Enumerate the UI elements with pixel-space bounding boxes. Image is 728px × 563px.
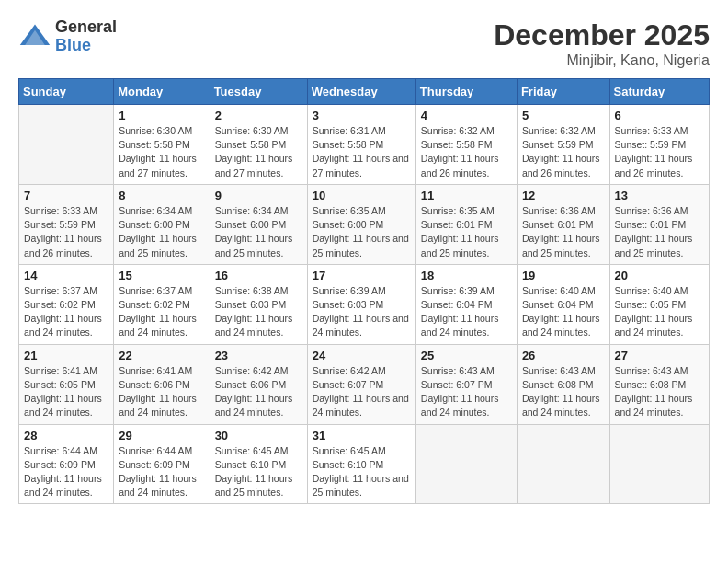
calendar-cell: 27Sunrise: 6:43 AMSunset: 6:08 PMDayligh… (609, 344, 709, 424)
calendar-week-row: 28Sunrise: 6:44 AMSunset: 6:09 PMDayligh… (19, 424, 710, 504)
calendar-cell: 6Sunrise: 6:33 AMSunset: 5:59 PMDaylight… (609, 105, 709, 185)
calendar-cell (415, 424, 517, 504)
day-number: 14 (24, 269, 108, 282)
calendar-cell: 29Sunrise: 6:44 AMSunset: 6:09 PMDayligh… (114, 424, 210, 504)
day-number: 10 (313, 189, 411, 202)
day-detail: Sunrise: 6:45 AMSunset: 6:10 PMDaylight:… (215, 444, 302, 500)
header-friday: Friday (517, 79, 609, 105)
calendar-cell: 7Sunrise: 6:33 AMSunset: 5:59 PMDaylight… (19, 184, 114, 264)
day-number: 12 (522, 189, 605, 202)
day-detail: Sunrise: 6:33 AMSunset: 5:59 PMDaylight:… (24, 204, 108, 260)
day-number: 6 (615, 109, 704, 122)
day-detail: Sunrise: 6:34 AMSunset: 6:00 PMDaylight:… (119, 204, 204, 260)
calendar-week-row: 7Sunrise: 6:33 AMSunset: 5:59 PMDaylight… (19, 184, 710, 264)
calendar-cell: 3Sunrise: 6:31 AMSunset: 5:58 PMDaylight… (307, 105, 415, 185)
calendar-cell: 9Sunrise: 6:34 AMSunset: 6:00 PMDaylight… (210, 184, 307, 264)
day-detail: Sunrise: 6:33 AMSunset: 5:59 PMDaylight:… (615, 124, 704, 180)
calendar-cell (517, 424, 609, 504)
calendar-cell: 28Sunrise: 6:44 AMSunset: 6:09 PMDayligh… (19, 424, 114, 504)
day-detail: Sunrise: 6:43 AMSunset: 6:07 PMDaylight:… (421, 364, 512, 420)
day-number: 20 (615, 269, 704, 282)
calendar-cell: 8Sunrise: 6:34 AMSunset: 6:00 PMDaylight… (114, 184, 210, 264)
day-detail: Sunrise: 6:32 AMSunset: 5:58 PMDaylight:… (421, 124, 512, 180)
header-thursday: Thursday (415, 79, 517, 105)
calendar-cell: 18Sunrise: 6:39 AMSunset: 6:04 PMDayligh… (415, 264, 517, 344)
day-detail: Sunrise: 6:41 AMSunset: 6:05 PMDaylight:… (24, 364, 108, 420)
day-detail: Sunrise: 6:36 AMSunset: 6:01 PMDaylight:… (522, 204, 605, 260)
calendar-cell: 16Sunrise: 6:38 AMSunset: 6:03 PMDayligh… (210, 264, 307, 344)
header-tuesday: Tuesday (210, 79, 307, 105)
day-detail: Sunrise: 6:41 AMSunset: 6:06 PMDaylight:… (119, 364, 204, 420)
calendar-week-row: 21Sunrise: 6:41 AMSunset: 6:05 PMDayligh… (19, 344, 710, 424)
calendar-cell: 4Sunrise: 6:32 AMSunset: 5:58 PMDaylight… (415, 105, 517, 185)
page-header: General Blue December 2025 Minjibir, Kan… (18, 18, 710, 69)
day-detail: Sunrise: 6:34 AMSunset: 6:00 PMDaylight:… (215, 204, 302, 260)
day-detail: Sunrise: 6:30 AMSunset: 5:58 PMDaylight:… (119, 124, 204, 180)
logo-blue: Blue (55, 37, 117, 55)
calendar-cell: 26Sunrise: 6:43 AMSunset: 6:08 PMDayligh… (517, 344, 609, 424)
calendar-cell: 11Sunrise: 6:35 AMSunset: 6:01 PMDayligh… (415, 184, 517, 264)
day-number: 5 (522, 109, 605, 122)
calendar-cell: 5Sunrise: 6:32 AMSunset: 5:59 PMDaylight… (517, 105, 609, 185)
day-detail: Sunrise: 6:43 AMSunset: 6:08 PMDaylight:… (522, 364, 605, 420)
day-number: 8 (119, 189, 204, 202)
calendar-cell: 17Sunrise: 6:39 AMSunset: 6:03 PMDayligh… (307, 264, 415, 344)
calendar-cell: 25Sunrise: 6:43 AMSunset: 6:07 PMDayligh… (415, 344, 517, 424)
day-number: 19 (522, 269, 605, 282)
day-detail: Sunrise: 6:44 AMSunset: 6:09 PMDaylight:… (24, 444, 108, 500)
day-number: 7 (24, 189, 108, 202)
day-detail: Sunrise: 6:31 AMSunset: 5:58 PMDaylight:… (313, 124, 411, 180)
calendar-cell: 15Sunrise: 6:37 AMSunset: 6:02 PMDayligh… (114, 264, 210, 344)
logo: General Blue (18, 18, 117, 55)
day-detail: Sunrise: 6:45 AMSunset: 6:10 PMDaylight:… (313, 444, 411, 500)
calendar-cell: 12Sunrise: 6:36 AMSunset: 6:01 PMDayligh… (517, 184, 609, 264)
day-number: 29 (119, 429, 204, 442)
header-saturday: Saturday (609, 79, 709, 105)
header-wednesday: Wednesday (307, 79, 415, 105)
day-number: 2 (215, 109, 302, 122)
day-number: 18 (421, 269, 512, 282)
day-detail: Sunrise: 6:44 AMSunset: 6:09 PMDaylight:… (119, 444, 204, 500)
day-detail: Sunrise: 6:39 AMSunset: 6:03 PMDaylight:… (313, 284, 411, 340)
day-detail: Sunrise: 6:32 AMSunset: 5:59 PMDaylight:… (522, 124, 605, 180)
calendar-cell: 1Sunrise: 6:30 AMSunset: 5:58 PMDaylight… (114, 105, 210, 185)
calendar-cell: 31Sunrise: 6:45 AMSunset: 6:10 PMDayligh… (307, 424, 415, 504)
day-number: 23 (215, 349, 302, 362)
day-number: 11 (421, 189, 512, 202)
calendar-cell: 23Sunrise: 6:42 AMSunset: 6:06 PMDayligh… (210, 344, 307, 424)
calendar-header-row: SundayMondayTuesdayWednesdayThursdayFrid… (19, 79, 710, 105)
calendar-cell: 21Sunrise: 6:41 AMSunset: 6:05 PMDayligh… (19, 344, 114, 424)
header-monday: Monday (114, 79, 210, 105)
day-detail: Sunrise: 6:35 AMSunset: 6:00 PMDaylight:… (313, 204, 411, 260)
day-detail: Sunrise: 6:37 AMSunset: 6:02 PMDaylight:… (119, 284, 204, 340)
calendar-cell (609, 424, 709, 504)
day-detail: Sunrise: 6:40 AMSunset: 6:04 PMDaylight:… (522, 284, 605, 340)
calendar-cell: 30Sunrise: 6:45 AMSunset: 6:10 PMDayligh… (210, 424, 307, 504)
day-number: 4 (421, 109, 512, 122)
calendar-cell: 20Sunrise: 6:40 AMSunset: 6:05 PMDayligh… (609, 264, 709, 344)
title-block: December 2025 Minjibir, Kano, Nigeria (494, 18, 710, 69)
day-number: 15 (119, 269, 204, 282)
month-year-title: December 2025 (494, 18, 710, 52)
day-number: 16 (215, 269, 302, 282)
day-detail: Sunrise: 6:36 AMSunset: 6:01 PMDaylight:… (615, 204, 704, 260)
day-number: 9 (215, 189, 302, 202)
calendar-cell: 13Sunrise: 6:36 AMSunset: 6:01 PMDayligh… (609, 184, 709, 264)
day-number: 13 (615, 189, 704, 202)
day-number: 31 (313, 429, 411, 442)
day-number: 3 (313, 109, 411, 122)
day-detail: Sunrise: 6:38 AMSunset: 6:03 PMDaylight:… (215, 284, 302, 340)
calendar-cell: 24Sunrise: 6:42 AMSunset: 6:07 PMDayligh… (307, 344, 415, 424)
day-number: 17 (313, 269, 411, 282)
calendar-cell (19, 105, 114, 185)
day-number: 21 (24, 349, 108, 362)
calendar-cell: 10Sunrise: 6:35 AMSunset: 6:00 PMDayligh… (307, 184, 415, 264)
header-sunday: Sunday (19, 79, 114, 105)
calendar-table: SundayMondayTuesdayWednesdayThursdayFrid… (18, 78, 710, 504)
day-detail: Sunrise: 6:40 AMSunset: 6:05 PMDaylight:… (615, 284, 704, 340)
day-detail: Sunrise: 6:42 AMSunset: 6:07 PMDaylight:… (313, 364, 411, 420)
calendar-cell: 22Sunrise: 6:41 AMSunset: 6:06 PMDayligh… (114, 344, 210, 424)
day-detail: Sunrise: 6:37 AMSunset: 6:02 PMDaylight:… (24, 284, 108, 340)
day-number: 26 (522, 349, 605, 362)
day-detail: Sunrise: 6:30 AMSunset: 5:58 PMDaylight:… (215, 124, 302, 180)
